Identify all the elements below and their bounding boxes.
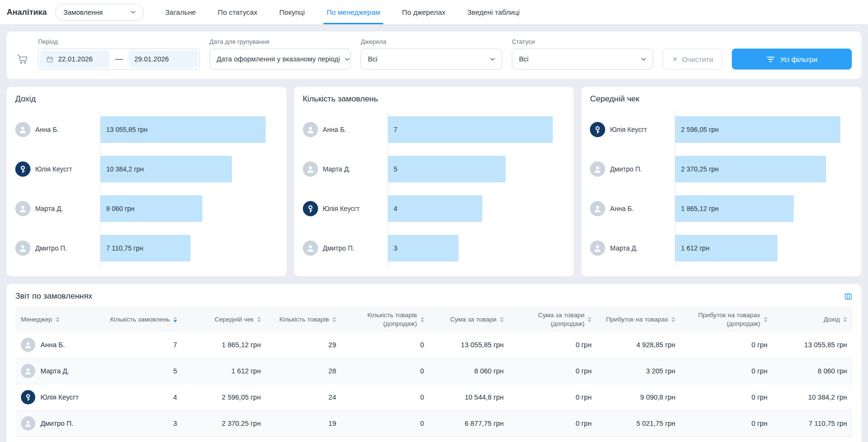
column-header[interactable]: Середній чек [183, 307, 267, 332]
keycrm-avatar [21, 390, 35, 404]
sort-icon[interactable] [332, 317, 336, 322]
column-header-inner: Сума за товари (допродаж) [515, 311, 592, 328]
column-header[interactable]: Кількість товарів (допродаж) [342, 307, 430, 332]
column-label: Прибуток на товарах [606, 315, 668, 324]
manager-name: Анна Б. [323, 126, 347, 133]
bar-area: 13 055,85 грн [100, 110, 278, 149]
statuses-select[interactable]: Всі [512, 49, 653, 70]
column-header[interactable]: Сума за товари (допродаж) [509, 307, 598, 332]
tab-3[interactable]: Покупці [269, 0, 316, 24]
column-header-inner: Дохід [779, 315, 847, 324]
bar[interactable]: 1 865,12 грн [675, 195, 794, 222]
bar[interactable]: 7 110,75 грн [100, 235, 190, 261]
table-cell: 4 [99, 384, 183, 411]
bar[interactable]: 2 596,05 грн [675, 116, 840, 143]
table-cell: 0 [342, 358, 430, 384]
manager-cell-content: Дмитро П. [21, 416, 93, 431]
chart-row-label: Юлія Кеусгт [303, 201, 388, 216]
column-header[interactable]: Менеджер [15, 307, 99, 332]
bar[interactable]: 7 [388, 116, 553, 143]
table-cell: 0 [342, 411, 430, 437]
column-header[interactable]: Дохід [773, 307, 853, 332]
bar[interactable]: 2 370,25 грн [675, 156, 826, 182]
sort-desc-arrow [843, 320, 847, 322]
tab-1[interactable]: Загальне [154, 0, 207, 24]
sort-icon[interactable] [764, 317, 768, 322]
person-icon [23, 419, 33, 428]
bar[interactable]: 10 384,2 грн [100, 156, 232, 182]
sort-icon[interactable] [671, 317, 675, 322]
column-header[interactable]: Кількість товарів [267, 307, 342, 332]
table-row: Марта Д.51 612 грн2808 060 грн0 грн3 205… [15, 358, 853, 384]
manager-cell-content: Анна Б. [21, 338, 93, 352]
table-cell: 7 110,75 грн [773, 411, 853, 437]
entity-select[interactable]: Замовлення [55, 4, 144, 21]
sort-asc-arrow [500, 317, 504, 319]
column-header-inner: Кількість товарів [272, 315, 336, 324]
clear-filters-label: Очистити [682, 55, 713, 63]
person-icon [592, 203, 603, 214]
chevron-down-icon [490, 58, 495, 61]
total-cell: 38 610,8 грн [773, 437, 853, 442]
person-avatar [15, 201, 30, 216]
bar-value-label: 2 370,25 грн [681, 165, 718, 173]
chart-row: Марта Д.5 [303, 149, 566, 189]
manager-name: Дмитро П. [323, 244, 355, 252]
column-header[interactable]: Кількість замовлень [99, 307, 183, 332]
all-filters-button[interactable]: Усі фільтри [732, 49, 852, 70]
sort-icon[interactable] [420, 317, 424, 322]
column-header[interactable]: Прибуток на товарах (допродаж) [681, 307, 773, 332]
bar[interactable]: 1 612 грн [675, 235, 778, 261]
date-separator: — [115, 55, 123, 63]
table-cell: 13 055,85 грн [430, 332, 509, 358]
analytics-tabs: ЗагальнеПо статусахПокупціПо менеджерамП… [154, 0, 530, 24]
tab-5[interactable]: По джерелах [391, 0, 456, 24]
table-cell: 0 грн [681, 332, 773, 358]
sort-desc-arrow [173, 320, 177, 322]
table-cell: 2 370,25 грн [183, 411, 267, 437]
key-icon [305, 203, 316, 214]
column-label: Кількість товарів [279, 315, 329, 324]
bar[interactable]: 8 060 грн [100, 195, 202, 222]
table-cell: 9 090,8 грн [597, 384, 681, 411]
chart-row-label: Марта Д. [303, 161, 388, 177]
chart-title: Кількість замовлень [303, 94, 566, 104]
bar[interactable]: 3 [388, 235, 459, 261]
column-header[interactable]: Прибуток на товарах [597, 307, 681, 332]
columns-settings-icon[interactable] [844, 292, 853, 301]
table-cell: 3 205 грн [597, 358, 681, 384]
sort-icon[interactable] [56, 317, 60, 322]
content: Період 22.01.2026 — 29.01.2026 Дата для [0, 25, 868, 442]
tab-2[interactable]: По статусах [207, 0, 268, 24]
sources-select[interactable]: Всі [360, 49, 502, 70]
bar[interactable]: 4 [388, 195, 482, 222]
column-header[interactable]: Сума за товари [430, 307, 509, 332]
date-from-input[interactable]: 22.01.2026 [40, 50, 110, 68]
tab-4[interactable]: По менеджерам [316, 0, 391, 24]
table-cell: 4 928,85 грн [597, 332, 681, 358]
date-to-input[interactable]: 29.01.2026 [129, 50, 198, 68]
total-label: Всього [15, 437, 99, 442]
table-cell: 3 [99, 411, 183, 437]
bar-area: 4 [388, 189, 566, 228]
person-avatar [15, 241, 30, 256]
sort-icon[interactable] [843, 317, 847, 322]
sort-icon[interactable] [257, 317, 261, 322]
sources-select-value: Всі [368, 55, 377, 63]
sort-asc-arrow [332, 317, 336, 319]
grouping-select[interactable]: Дата оформлення у вказаному періоді [210, 49, 351, 70]
sort-icon[interactable] [500, 317, 504, 322]
table-cell: 10 384,2 грн [773, 384, 853, 411]
manager-name: Дмитро П. [610, 165, 642, 173]
bar[interactable]: 5 [388, 156, 506, 182]
manager-name: Марта Д. [323, 165, 350, 173]
clear-filters-button[interactable]: ✕ Очистити [663, 49, 722, 70]
table-cell: 24 [267, 384, 342, 411]
bar[interactable]: 13 055,85 грн [100, 116, 266, 143]
manager-name: Юлія Кеусгт [40, 393, 79, 401]
chart-card: Середній чекЮлія Кеусгт2 596,05 грнДмитр… [581, 87, 861, 276]
sort-icon[interactable] [173, 317, 177, 322]
sort-icon[interactable] [588, 317, 591, 322]
period-filter: Період 22.01.2026 — 29.01.2026 [38, 38, 200, 70]
tab-6[interactable]: Зведені таблиці [457, 0, 531, 24]
